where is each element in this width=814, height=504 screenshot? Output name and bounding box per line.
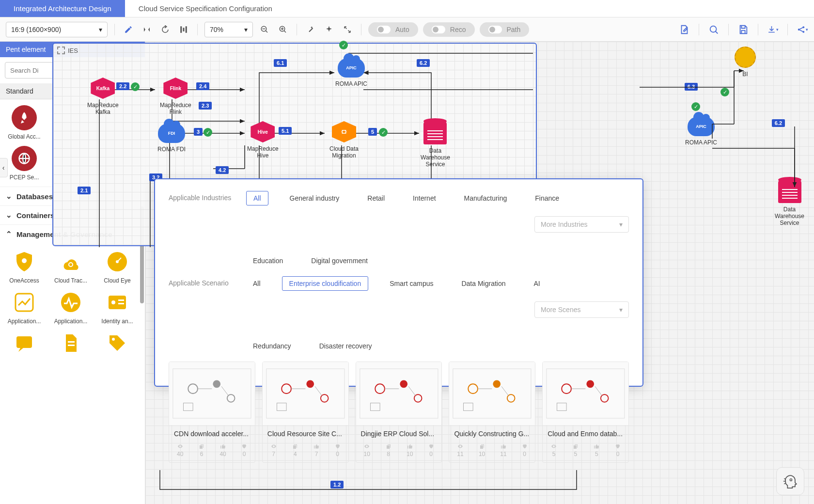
card-title: Cloud and Enmo datab... [543,425,628,441]
chip-industry-internet[interactable]: Internet [406,191,442,205]
separator [297,24,297,35]
element-oneaccess[interactable]: OneAccess [2,247,47,286]
chat-icon [12,331,37,356]
card-thumbnail [356,362,442,425]
element-label: Global Acc... [2,133,46,140]
cloud-icon: APIC [338,58,365,78]
chip-scenario-smart-campus[interactable]: Smart campus [383,277,440,290]
card-stats: 5 5 5 0 [543,441,628,462]
share-icon[interactable]: ▾ [797,24,808,35]
svg-rect-17 [16,336,32,348]
network-icon [12,146,37,171]
element-application-1[interactable]: Application... [2,288,47,327]
sidebar-collapse-button[interactable]: ‹ [0,158,8,177]
svg-rect-15 [118,299,124,301]
chip-industry-gov[interactable]: Digital government [304,254,375,268]
eye-icon [177,443,184,449]
svg-point-2 [710,26,717,32]
template-card[interactable]: Dingjie ERP Cloud Sol... 10 8 10 0 [356,362,442,463]
element-cloud-trace[interactable]: Cloud Trac... [48,247,93,286]
more-scenes-select[interactable]: More Scenes ▾ [534,301,629,318]
chevron-down-icon: ⌄ [6,211,13,220]
node-label: Cloud Data Migration [329,145,359,159]
chip-industry-general[interactable]: General industry [283,191,346,205]
template-card[interactable]: Quickly Constructing G... 11 10 11 0 [449,362,535,463]
aspect-ratio-select[interactable]: 16:9 (1600×900) ▾ [6,22,108,37]
chip-scenario-redundancy[interactable]: Redundancy [246,339,298,353]
pencil-icon[interactable] [122,23,135,36]
thumbs-up-icon [501,443,506,449]
path-toggle[interactable]: Path [480,22,530,37]
download-icon[interactable]: ▾ [767,24,779,35]
chip-scenario-cloudification[interactable]: Enterprise cloudification [282,276,369,291]
pulse-icon [58,290,83,315]
node-label: ROMA FDI [157,146,186,153]
chip-scenario-dr[interactable]: Disaster recovery [313,339,379,353]
chip-industry-retail[interactable]: Retail [360,191,391,205]
thumbs-up-icon [220,443,226,449]
element-application-2[interactable]: Application... [48,288,93,327]
expand-icon[interactable] [341,23,354,36]
align-icon[interactable] [177,23,190,36]
svg-point-7 [22,258,27,263]
eye-icon [270,443,277,449]
svg-point-44 [790,479,792,481]
template-card[interactable]: Cloud Resource Site C... 7 4 7 0 [262,362,349,463]
cloud-search-icon [58,249,83,274]
category-label: Databases [16,192,53,201]
chip-scenario-ai[interactable]: AI [527,277,547,290]
tab-service-config[interactable]: Cloud Service Specification Configuratio… [125,0,286,17]
chip-industry-education[interactable]: Education [246,254,290,268]
mirror-icon[interactable] [140,23,154,36]
svg-point-26 [306,380,314,388]
reco-toggle[interactable]: Reco [423,22,475,37]
rotate-icon[interactable] [158,23,172,36]
check-icon: ✓ [379,128,388,137]
template-card[interactable]: CDN download acceler... 40 6 40 0 [169,362,255,463]
template-card[interactable]: Cloud and Enmo datab... 5 5 5 0 [542,362,629,463]
tab-architecture-design[interactable]: Integrated Architecture Design [0,0,125,17]
svg-point-25 [282,384,291,394]
svg-rect-33 [370,403,380,411]
chevron-left-icon: ‹ [2,164,5,172]
heart-icon [241,443,247,449]
zoom-in-icon[interactable] [276,23,290,36]
check-icon: ✓ [339,41,348,49]
magic-wand-icon[interactable] [304,23,317,36]
svg-rect-13 [109,296,126,309]
assistant-button[interactable] [776,467,804,495]
element-generic-2[interactable] [48,329,93,358]
save-icon[interactable] [737,24,749,35]
zoom-select[interactable]: 70% ▾ [204,22,253,37]
auto-toggle[interactable]: Auto [368,22,418,37]
svg-point-40 [562,384,571,394]
zoom-out-icon[interactable] [258,23,271,36]
element-global-acc[interactable]: Global Acc... [2,103,47,142]
chip-industry-all[interactable]: All [246,191,268,205]
element-cloud-eye[interactable]: Cloud Eye [95,247,140,286]
thumbs-up-icon [594,443,599,449]
chip-scenario-data-migration[interactable]: Data Migration [454,277,512,290]
template-filter-panel: Applicable Industries All General indust… [154,178,643,387]
edge-badge: 3 [194,128,203,136]
sparkle-icon[interactable] [322,23,336,36]
copy-icon [292,443,298,449]
chip-industry-finance[interactable]: Finance [528,191,566,205]
element-generic-1[interactable] [2,329,47,358]
chip-industry-manufacturing[interactable]: Manufacturing [457,191,514,205]
svg-rect-43 [557,403,567,411]
element-label: Cloud Trac... [49,277,93,284]
element-generic-3[interactable] [95,329,140,358]
separator [361,24,361,35]
path-label: Path [507,22,521,37]
element-label: Application... [2,318,46,325]
element-identity[interactable]: Identity an... [95,288,140,327]
database-icon [423,121,447,144]
element-pcep[interactable]: PCEP Se... [2,144,47,183]
chip-scenario-all[interactable]: All [246,277,267,290]
document-icon [58,331,83,356]
copy-icon [573,443,579,449]
preview-icon[interactable] [708,24,720,35]
more-industries-select[interactable]: More Industries ▾ [534,216,629,233]
edit-file-icon[interactable] [678,24,690,35]
